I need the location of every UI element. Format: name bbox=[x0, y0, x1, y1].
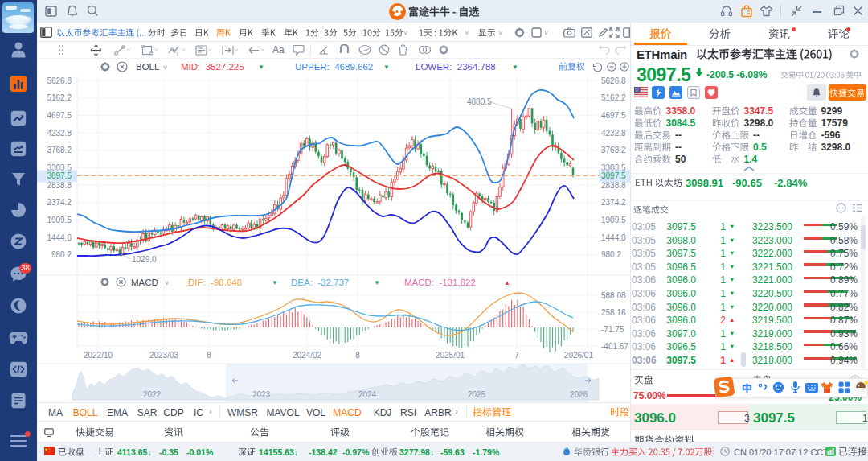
svg-text:5626.8: 5626.8 bbox=[47, 76, 72, 85]
svg-text:-401.67: -401.67 bbox=[601, 342, 628, 351]
svg-text:8: 8 bbox=[355, 351, 360, 360]
svg-text:5162.2: 5162.2 bbox=[47, 93, 72, 102]
svg-text:1909.5: 1909.5 bbox=[47, 216, 72, 224]
svg-text:1909.5: 1909.5 bbox=[601, 216, 626, 224]
svg-text:4697.5: 4697.5 bbox=[601, 111, 626, 120]
svg-text:3768.2: 3768.2 bbox=[601, 146, 626, 154]
svg-text:588.08: 588.08 bbox=[601, 291, 626, 300]
svg-text:1029.0: 1029.0 bbox=[132, 255, 157, 264]
svg-text:3: 3 bbox=[176, 51, 178, 56]
svg-text:4232.8: 4232.8 bbox=[601, 129, 626, 138]
svg-text:1444.8: 1444.8 bbox=[601, 233, 626, 242]
svg-text:2023/03: 2023/03 bbox=[149, 351, 179, 360]
svg-text:5626.8: 5626.8 bbox=[601, 76, 626, 85]
svg-text:980.2: 980.2 bbox=[51, 250, 72, 259]
svg-text:3768.2: 3768.2 bbox=[47, 146, 72, 154]
svg-text:-71.75: -71.75 bbox=[601, 325, 624, 334]
svg-text:2025/01: 2025/01 bbox=[436, 351, 465, 360]
svg-text:8: 8 bbox=[207, 351, 211, 360]
svg-text:980.2: 980.2 bbox=[601, 250, 621, 259]
svg-text:1444.8: 1444.8 bbox=[47, 233, 72, 242]
svg-text:4232.8: 4232.8 bbox=[47, 129, 72, 138]
svg-text:2024/02: 2024/02 bbox=[293, 351, 322, 360]
svg-text:2026/01: 2026/01 bbox=[564, 351, 594, 360]
svg-text:7: 7 bbox=[514, 351, 519, 360]
svg-text:2025: 2025 bbox=[468, 390, 486, 399]
svg-text:4880.5: 4880.5 bbox=[467, 97, 492, 106]
svg-text:258.16: 258.16 bbox=[601, 308, 626, 317]
svg-text:2374.2: 2374.2 bbox=[601, 198, 626, 207]
svg-text:2374.2: 2374.2 bbox=[47, 198, 72, 207]
svg-text:4697.5: 4697.5 bbox=[47, 111, 72, 120]
svg-text:3097.5: 3097.5 bbox=[601, 171, 626, 180]
svg-text:2022/10: 2022/10 bbox=[84, 351, 113, 360]
svg-text:3097.5: 3097.5 bbox=[47, 171, 72, 180]
svg-text:2026: 2026 bbox=[570, 390, 588, 399]
svg-text:2022: 2022 bbox=[143, 390, 162, 399]
svg-text:2024: 2024 bbox=[358, 390, 377, 399]
svg-text:5162.2: 5162.2 bbox=[601, 93, 626, 102]
svg-text:2023: 2023 bbox=[252, 390, 271, 399]
